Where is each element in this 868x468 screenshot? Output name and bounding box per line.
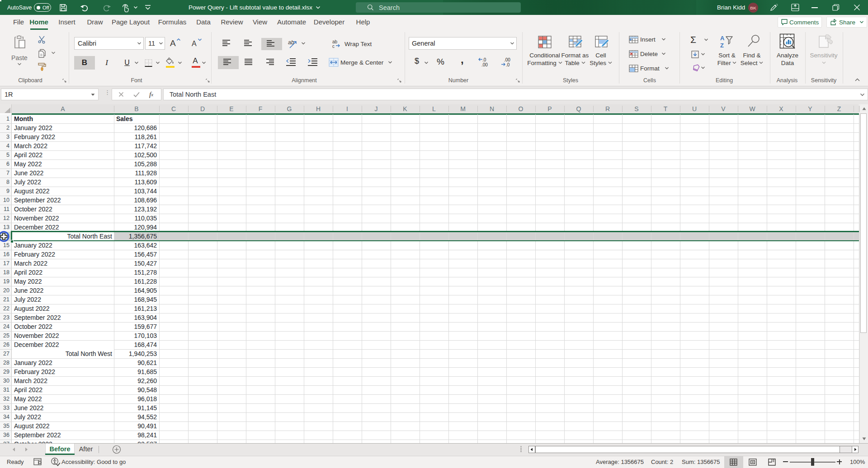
svg-text:.0: .0: [482, 57, 486, 62]
svg-text:c: c: [332, 44, 335, 48]
svg-text:Z: Z: [720, 42, 724, 48]
svg-text:.0: .0: [506, 62, 510, 67]
svg-text:.00: .00: [481, 62, 488, 67]
svg-text:.00: .00: [504, 57, 510, 62]
svg-text:A: A: [720, 35, 725, 42]
